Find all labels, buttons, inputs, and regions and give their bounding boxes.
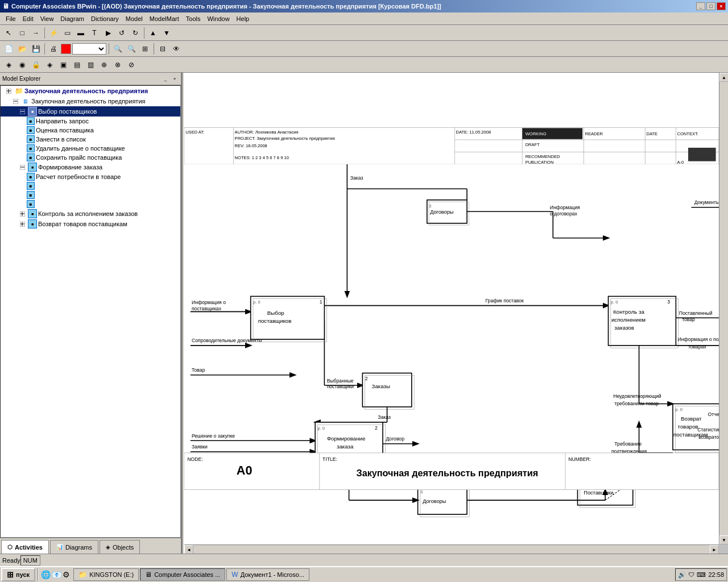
extra-btn9[interactable]: ⊘ [125, 59, 138, 71]
tree-item-2-2[interactable]: ■ Оценка поставщика [1, 126, 180, 135]
extra-btn8[interactable]: ⊗ [111, 59, 124, 71]
scroll-down-btn[interactable]: ▼ [719, 535, 728, 544]
view-btn[interactable]: 👁 [170, 43, 183, 55]
undo-btn[interactable]: ↺ [115, 27, 128, 39]
menu-tools[interactable]: Tools [183, 14, 204, 23]
tree-item-2-3[interactable]: ■ Занести в список [1, 135, 180, 144]
start-button[interactable]: ⊞ пуск [1, 568, 35, 581]
menu-edit[interactable]: Edit [19, 14, 37, 23]
redo-btn[interactable]: ↻ [129, 27, 142, 39]
tree-icon-5: ■ [28, 219, 37, 228]
menu-file[interactable]: File [2, 14, 19, 23]
tree-item-1[interactable]: 🗎 Закупочная деятельность предприятия [1, 96, 180, 106]
split-btn[interactable]: ⊟ [156, 43, 169, 55]
menu-diagram[interactable]: Diagram [57, 14, 88, 23]
taskbar-word[interactable]: W Документ1 - Microsо... [226, 568, 309, 581]
menu-view[interactable]: View [37, 14, 57, 23]
lock-btn[interactable]: 🔒 [30, 59, 42, 71]
extra-btn6[interactable]: ▥ [84, 59, 97, 71]
up-arrow-btn[interactable]: ▲ [147, 27, 159, 39]
tree-item-3-4[interactable]: ■ [1, 199, 180, 209]
tab-objects[interactable]: ◈ Objects [100, 540, 140, 554]
svg-text:2: 2 [375, 425, 378, 431]
new-btn[interactable]: 📄 [2, 43, 15, 55]
select-tool-btn[interactable]: ↖ [2, 27, 15, 39]
tree-item-2[interactable]: ■ Выбор поставщиков [1, 106, 180, 117]
menu-help[interactable]: Help [233, 14, 253, 23]
vertical-scrollbar[interactable]: ▲ ▼ [719, 73, 728, 544]
scroll-up-btn[interactable]: ▲ [719, 73, 728, 82]
activity-icon-3-1: ■ [27, 173, 35, 181]
tree-item-3-3[interactable]: ■ [1, 190, 180, 199]
rect2-btn[interactable]: ▬ [75, 27, 87, 39]
tree-item-5[interactable]: ■ Возврат товаров поставщикам [1, 219, 180, 229]
menu-model[interactable]: Model [122, 14, 146, 23]
tree-item-4[interactable]: ■ Контроль за исполнением заказов [1, 209, 180, 219]
tree-icon-4: ■ [28, 209, 37, 218]
svg-text:поставщиков: поставщиков [258, 318, 292, 324]
tree-item-3[interactable]: ■ Формирование заказа [1, 162, 180, 172]
extra-btn1[interactable]: ◈ [2, 59, 15, 71]
quick-icon-1[interactable]: 🌐 [41, 570, 51, 579]
extra-btn7[interactable]: ⊕ [98, 59, 110, 71]
play-btn[interactable]: ▶ [102, 27, 114, 39]
color1-btn[interactable] [61, 44, 71, 54]
quick-icon-3[interactable]: ⚙ [63, 570, 70, 579]
menu-dictionary[interactable]: Dictionary [88, 14, 122, 23]
svg-text:NOTES: 1 2 3 4 5 6 7 8 9 10: NOTES: 1 2 3 4 5 6 7 8 9 10 [235, 155, 289, 160]
text-btn[interactable]: T [88, 27, 101, 39]
activity-icon-2-2: ■ [27, 126, 35, 134]
extra-btn2[interactable]: ◉ [16, 59, 28, 71]
rect-btn[interactable]: ▭ [61, 27, 73, 39]
svg-text:Требование: Требование [614, 441, 642, 447]
draw-box-btn[interactable]: □ [16, 27, 28, 39]
expand-icon-5 [18, 219, 27, 228]
extra-btn5[interactable]: ▤ [71, 59, 83, 71]
status-right: NUM [20, 555, 40, 566]
quick-icon-2[interactable]: 📧 [52, 570, 61, 579]
diagram-container[interactable]: USED AT: AUTHOR: Лохникова Анастасия PRO… [184, 73, 719, 544]
root-folder-icon: 📁 [14, 86, 23, 95]
zoom-select[interactable]: 80% [72, 43, 106, 55]
num-indicator: NUM [20, 555, 40, 566]
tree-label-3: Формирование заказа [38, 164, 102, 171]
taskbar-kingston[interactable]: 📁 KINGSTON (E:) [73, 568, 139, 581]
minimize-btn[interactable]: _ [696, 2, 705, 10]
zoom-in-btn[interactable]: 🔍 [111, 43, 124, 55]
word-icon: W [231, 571, 238, 579]
open-btn[interactable]: 📂 [16, 43, 28, 55]
menu-modelmart[interactable]: ModelMart [146, 14, 183, 23]
tree-item-2-5[interactable]: ■ Сохранить прайс поставщика [1, 153, 180, 162]
panel-minimize-btn[interactable]: _ [162, 75, 169, 83]
svg-text:заказов: заказов [614, 325, 634, 331]
arrow-btn[interactable]: → [30, 27, 42, 39]
tab-diagrams[interactable]: 📊 Diagrams [50, 540, 98, 554]
activity-icon-2-3: ■ [27, 135, 35, 143]
down-arrow-btn[interactable]: ▼ [160, 27, 173, 39]
print-btn[interactable]: 🖨 [47, 43, 60, 55]
maximize-btn[interactable]: □ [706, 2, 715, 10]
fit-btn[interactable]: ⊞ [139, 43, 151, 55]
tab-diagrams-icon: 📊 [56, 544, 63, 550]
taskbar-ca[interactable]: 🖥 Computer Associates ... [140, 568, 225, 581]
scroll-left-btn[interactable]: ◄ [184, 545, 193, 554]
tree-item-root[interactable]: 📁 Закупочная деятельность предприятия [1, 86, 180, 96]
tree-item-3-1[interactable]: ■ Расчет потребности в товаре [1, 172, 180, 181]
horizontal-scrollbar[interactable]: ◄ ► [184, 544, 719, 554]
menu-window[interactable]: Window [204, 14, 233, 23]
tab-objects-label: Objects [113, 544, 134, 551]
extra-btn3[interactable]: ◈ [43, 59, 56, 71]
extra-btn4[interactable]: ▣ [57, 59, 69, 71]
panel-close-btn[interactable]: × [171, 75, 179, 83]
svg-text:Решение о закупке: Решение о закупке [192, 433, 235, 439]
tree-item-3-2[interactable]: ■ [1, 181, 180, 190]
close-btn[interactable]: × [717, 2, 726, 10]
lightning-btn[interactable]: ⚡ [47, 27, 60, 39]
tab-activities[interactable]: ⬡ Activities [1, 540, 49, 554]
tree-item-2-1[interactable]: ■ Направить запрос [1, 117, 180, 126]
save-btn[interactable]: 💾 [30, 43, 42, 55]
zoom-out-btn[interactable]: 🔍 [125, 43, 138, 55]
svg-rect-79 [362, 373, 411, 406]
tree-item-2-4[interactable]: ■ Удалить данные о поставщике [1, 144, 180, 153]
scroll-right-btn[interactable]: ► [710, 545, 719, 554]
